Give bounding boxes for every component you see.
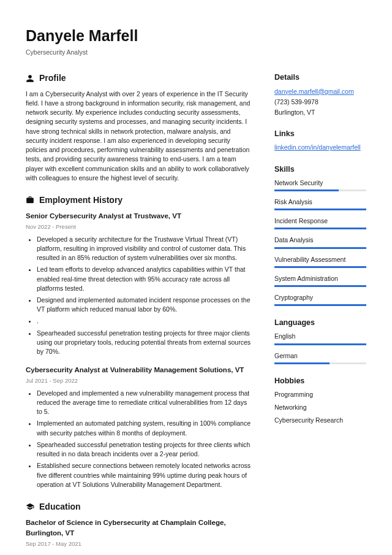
skill-item-label: Network Security <box>274 178 366 188</box>
skill-item: Data Analysis <box>274 235 366 248</box>
language-item: German <box>274 351 366 364</box>
job-role: Cybersecurity Analyst <box>26 48 366 57</box>
skills-title: Skills <box>274 164 366 175</box>
skill-item: Cryptography <box>274 293 366 306</box>
education-section: Education Bachelor of Science in Cyberse… <box>26 500 252 548</box>
progress-fill <box>274 189 339 191</box>
job-bullet: Spearheaded successful penetration testi… <box>37 329 252 357</box>
graduation-cap-icon <box>26 502 34 511</box>
progress-fill <box>274 247 366 249</box>
progress-bar <box>274 343 366 345</box>
side-column: Details danyele.marfell@gmail.com (723) … <box>274 72 366 555</box>
job-bullet: Developed a security architecture for th… <box>37 235 252 263</box>
skill-item-label: System Administration <box>274 274 366 283</box>
job-entry: Cybersecurity Analyst at Vulnerability M… <box>26 365 252 489</box>
employment-title: Employment History <box>39 194 123 206</box>
phone: (723) 539-9978 <box>274 98 366 107</box>
progress-bar <box>274 209 366 210</box>
full-name: Danyele Marfell <box>26 25 366 47</box>
progress-fill <box>274 304 366 306</box>
details-section: Details danyele.marfell@gmail.com (723) … <box>274 72 366 117</box>
progress-fill <box>274 228 366 229</box>
skill-item: Vulnerability Assessment <box>274 255 366 268</box>
hobby-item: Programming <box>274 390 366 399</box>
progress-bar <box>274 304 366 306</box>
hobbies-section: Hobbies ProgrammingNetworkingCybersecuri… <box>274 375 366 426</box>
skill-item-label: Risk Analysis <box>274 197 366 207</box>
job-title: Cybersecurity Analyst at Vulnerability M… <box>26 365 252 375</box>
profile-text: I am a Cybersecurity Analyst with over 2… <box>26 90 252 183</box>
progress-fill <box>274 362 330 364</box>
hobbies-title: Hobbies <box>274 375 366 386</box>
language-item-label: German <box>274 351 366 361</box>
profile-link[interactable]: linkedin.com/in/danyelemarfell <box>274 144 361 151</box>
header: Danyele Marfell Cybersecurity Analyst <box>26 25 366 57</box>
hobby-item: Cybersecurity Research <box>274 416 366 425</box>
progress-bar <box>274 266 366 268</box>
education-entry: Bachelor of Science in Cybersecurity at … <box>26 518 252 548</box>
progress-bar <box>274 189 366 191</box>
links-title: Links <box>274 128 366 139</box>
skill-item-label: Vulnerability Assessment <box>274 255 366 264</box>
skill-item: System Administration <box>274 274 366 287</box>
languages-section: Languages EnglishGerman <box>274 317 366 364</box>
details-title: Details <box>274 72 366 83</box>
skill-item-label: Cryptography <box>274 293 366 302</box>
languages-title: Languages <box>274 317 366 328</box>
job-dates: Nov 2022 - Present <box>26 223 252 231</box>
progress-bar <box>274 247 366 249</box>
main-column: Profile I am a Cybersecurity Analyst wit… <box>26 72 252 555</box>
progress-bar <box>274 228 366 229</box>
job-bullet: . <box>37 316 252 326</box>
person-icon <box>26 74 34 83</box>
job-bullet: Implemented an automated patching system… <box>37 419 252 437</box>
job-entry: Senior Cybersecurity Analyst at Trustwav… <box>26 211 252 356</box>
email-link[interactable]: danyele.marfell@gmail.com <box>274 88 354 95</box>
education-title: Education <box>39 500 81 513</box>
briefcase-icon <box>26 196 34 204</box>
skill-item-label: Data Analysis <box>274 235 366 245</box>
progress-fill <box>274 343 366 345</box>
skill-item: Incident Response <box>274 216 366 229</box>
progress-bar <box>274 285 366 287</box>
profile-section: Profile I am a Cybersecurity Analyst wit… <box>26 72 252 182</box>
skill-item: Network Security <box>274 178 366 191</box>
progress-fill <box>274 209 366 210</box>
hobby-item: Networking <box>274 403 366 412</box>
progress-fill <box>274 266 366 268</box>
job-bullet: Developed and implemented a new vulnerab… <box>37 389 252 417</box>
location: Burlington, VT <box>274 108 366 117</box>
profile-title: Profile <box>39 72 66 84</box>
job-bullet: Established secure connections between r… <box>37 461 252 489</box>
skills-section: Skills Network SecurityRisk AnalysisInci… <box>274 164 366 307</box>
skill-item-label: Incident Response <box>274 216 366 226</box>
links-section: Links linkedin.com/in/danyelemarfell <box>274 128 366 152</box>
job-dates: Jul 2021 - Sep 2022 <box>26 377 252 385</box>
education-dates: Sep 2017 - May 2021 <box>26 540 252 548</box>
job-bullet: Designed and implemented automated incid… <box>37 296 252 314</box>
progress-bar <box>274 362 366 364</box>
job-bullet: Spearheaded successful penetration testi… <box>37 440 252 459</box>
job-title: Senior Cybersecurity Analyst at Trustwav… <box>26 211 252 221</box>
skill-item: Risk Analysis <box>274 197 366 210</box>
education-degree: Bachelor of Science in Cybersecurity at … <box>26 518 252 538</box>
language-item: English <box>274 332 366 345</box>
progress-fill <box>274 285 366 287</box>
language-item-label: English <box>274 332 366 341</box>
job-bullet: Led team efforts to develop advanced ana… <box>37 265 252 293</box>
employment-section: Employment History Senior Cybersecurity … <box>26 194 252 489</box>
